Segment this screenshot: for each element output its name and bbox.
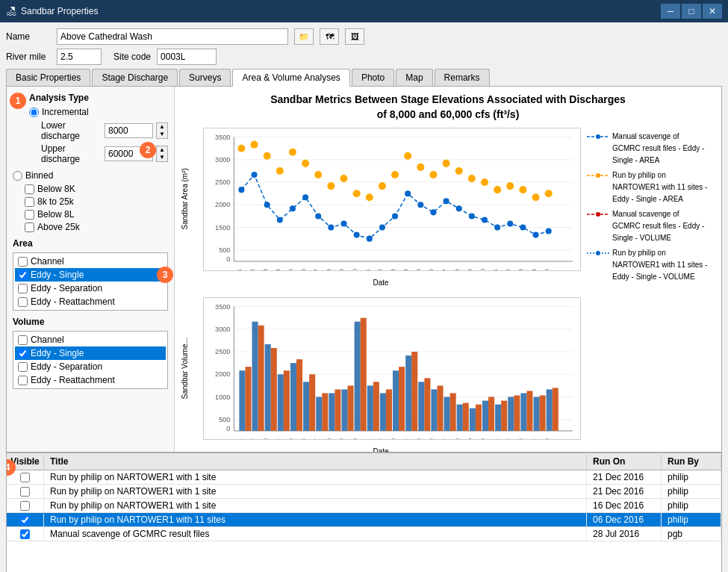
vol-channel-cb[interactable] (18, 335, 28, 345)
row3-cb[interactable] (20, 501, 30, 511)
svg-point-66 (250, 141, 258, 149)
table-row[interactable]: Manual scavenge of GCMRC result files 28… (7, 527, 721, 541)
svg-point-74 (353, 190, 361, 197)
chart-title: Sandbar Metrics Between Stage Elevations… (181, 93, 715, 122)
incremental-radio[interactable] (29, 108, 39, 117)
bin-8k25k: 8k to 25k (25, 196, 168, 207)
svg-text:1995: 1995 (288, 269, 293, 270)
svg-point-187 (596, 251, 600, 255)
maximize-button[interactable]: □ (682, 4, 701, 19)
map-icon-btn[interactable]: 🗺 (320, 28, 339, 45)
row2-cb[interactable] (20, 487, 30, 497)
tab-map[interactable]: Map (396, 69, 432, 86)
vol-eddy-single-cb[interactable] (18, 349, 28, 358)
svg-rect-143 (405, 355, 411, 431)
table-row[interactable]: Run by philip on NARTOWER1 with 1 site 2… (7, 485, 721, 499)
svg-text:2006: 2006 (429, 269, 434, 270)
vol-eddy-single[interactable]: Eddy - Single (15, 346, 166, 360)
upper-discharge-up[interactable]: ▲ (157, 146, 167, 154)
svg-text:2013: 2013 (518, 438, 523, 440)
svg-rect-144 (418, 382, 424, 431)
svg-point-55 (430, 210, 436, 216)
panel-body: 1 Analysis Type Incremental Lower discha… (6, 87, 722, 453)
svg-point-84 (481, 178, 488, 186)
svg-text:1500: 1500 (215, 224, 230, 231)
volume-list: Channel Eddy - Single Eddy - Separation … (13, 331, 168, 389)
volume-label: Volume (13, 317, 168, 327)
area-eddy-sep-cb[interactable] (18, 284, 28, 293)
vol-eddy-reat-cb[interactable] (18, 376, 28, 385)
minimize-button[interactable]: ─ (661, 4, 680, 19)
table-row[interactable]: Run by philip on NARTOWER1 with 1 site 1… (7, 499, 721, 513)
svg-point-54 (417, 202, 423, 208)
row1-cb[interactable] (20, 473, 30, 482)
close-window-button[interactable]: ✕ (703, 4, 722, 19)
svg-rect-139 (355, 321, 361, 430)
area-chart-wrapper: Sandbar Area (m²) 3 (181, 128, 581, 270)
svg-point-181 (596, 134, 600, 139)
upper-discharge-down[interactable]: ▼ (157, 154, 167, 161)
area-eddy-single-cb[interactable] (18, 270, 28, 280)
tab-basic-properties[interactable]: Basic Properties (6, 69, 90, 86)
svg-rect-135 (303, 382, 309, 431)
table-body: Run by philip on NARTOWER1 with 1 site 2… (7, 470, 721, 572)
area-channel-cb[interactable] (18, 257, 28, 267)
area-eddy-single[interactable]: 3 Eddy - Single (15, 268, 166, 282)
area-eddy-separation[interactable]: Eddy - Separation (15, 282, 166, 295)
row1-runon: 21 Dec 2016 (587, 470, 662, 484)
right-panel: Sandbar Metrics Between Stage Elevations… (175, 87, 721, 452)
area-eddy-reat-cb[interactable] (18, 297, 28, 307)
svg-rect-149 (482, 400, 488, 430)
svg-text:2008: 2008 (455, 269, 460, 270)
svg-rect-159 (296, 359, 302, 431)
svg-rect-168 (411, 352, 417, 431)
area-channel[interactable]: Channel (15, 255, 166, 268)
bin-below8l-cb[interactable] (25, 210, 34, 220)
tab-photo[interactable]: Photo (352, 69, 394, 86)
tab-surveys[interactable]: Surveys (179, 69, 231, 86)
bin-8k25k-cb[interactable] (25, 197, 34, 207)
svg-point-73 (340, 175, 347, 182)
vol-eddy-separation[interactable]: Eddy - Separation (15, 360, 166, 373)
bin-above25k-cb[interactable] (25, 223, 34, 232)
vol-channel[interactable]: Channel (15, 333, 166, 346)
lower-discharge-up[interactable]: ▲ (157, 123, 167, 131)
bin-below8k-cb[interactable] (25, 184, 34, 194)
binned-radio-row: Binned (13, 170, 168, 181)
binned-radio[interactable] (13, 171, 22, 181)
svg-point-64 (546, 229, 552, 234)
lower-discharge-down[interactable]: ▼ (157, 131, 167, 138)
vol-eddy-reattachment[interactable]: Eddy - Reattachment (15, 373, 166, 387)
svg-point-79 (417, 164, 424, 171)
name-input[interactable] (57, 28, 288, 45)
svg-rect-166 (386, 389, 392, 430)
folder-icon-btn[interactable]: 📁 (294, 28, 314, 45)
svg-point-68 (276, 167, 284, 175)
volume-section: Volume Channel Eddy - Single Eddy - Sepa… (13, 317, 168, 389)
table-row-selected[interactable]: Run by philip on NARTOWER1 with 11 sites… (7, 513, 721, 527)
area-eddy-reattachment[interactable]: Eddy - Reattachment (15, 295, 166, 308)
name-row: Name 📁 🗺 🖼 (6, 28, 722, 45)
tab-stage-discharge[interactable]: Stage Discharge (92, 69, 178, 86)
svg-rect-134 (290, 363, 296, 431)
svg-text:2012: 2012 (505, 269, 511, 270)
badge-1: 1 (10, 93, 26, 109)
site-code-input[interactable] (157, 49, 217, 65)
river-mile-input[interactable] (57, 49, 102, 65)
vol-eddy-sep-cb[interactable] (18, 362, 28, 372)
svg-point-53 (405, 190, 411, 196)
row4-cb[interactable] (20, 515, 30, 525)
lower-discharge-input[interactable] (105, 123, 153, 138)
image-icon-btn[interactable]: 🖼 (345, 28, 364, 45)
svg-rect-178 (540, 395, 546, 430)
svg-point-80 (429, 171, 437, 178)
svg-text:1996: 1996 (301, 269, 306, 270)
tab-area-volume[interactable]: Area & Volume Analyses (232, 69, 349, 87)
svg-text:500: 500 (219, 415, 230, 423)
svg-text:1996: 1996 (301, 438, 306, 440)
row5-visible (7, 528, 44, 541)
tab-remarks[interactable]: Remarks (435, 69, 490, 86)
table-row[interactable]: Run by philip on NARTOWER1 with 1 site 2… (7, 470, 721, 485)
row5-cb[interactable] (20, 529, 30, 539)
svg-rect-146 (444, 397, 450, 430)
